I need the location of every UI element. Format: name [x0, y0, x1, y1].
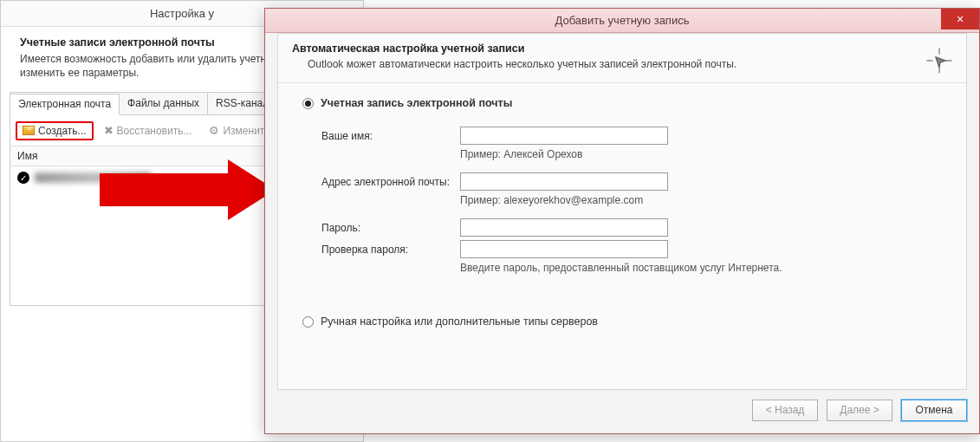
mail-icon — [23, 126, 35, 135]
radio-manual-setup[interactable]: Ручная настройка или дополнительные типы… — [302, 315, 942, 328]
tab-data-files[interactable]: Файлы данных — [120, 93, 208, 114]
close-button[interactable]: × — [941, 9, 979, 29]
password2-label: Проверка пароля: — [321, 244, 460, 256]
dialog-title: Добавить учетную запись — [555, 14, 690, 27]
dialog-heading: Автоматическая настройка учетной записи — [292, 42, 524, 55]
cancel-button[interactable]: Отмена — [901, 400, 967, 421]
dialog-header: Автоматическая настройка учетной записи … — [278, 34, 966, 83]
name-input[interactable] — [460, 127, 668, 145]
default-account-icon: ✓ — [17, 172, 29, 184]
email-hint: Пример: alexeyorekhov@example.com — [460, 194, 942, 206]
gear-icon: ⚙ — [209, 124, 219, 137]
radio-email-account[interactable]: Учетная запись электронной почты — [302, 97, 942, 109]
dialog-footer: < Назад Далее > Отмена — [277, 395, 967, 425]
next-button[interactable]: Далее > — [827, 400, 892, 421]
radio-icon — [302, 98, 314, 109]
restore-account-button[interactable]: ✖ Восстановить... — [97, 120, 199, 140]
cursor-icon — [925, 46, 954, 78]
password-hint: Введите пароль, предоставленный поставщи… — [460, 262, 942, 274]
dialog-body: Автоматическая настройка учетной записи … — [277, 33, 967, 390]
name-label: Ваше имя: — [321, 130, 460, 142]
dialog-subheading: Outlook может автоматически настроить не… — [308, 58, 952, 70]
name-hint: Пример: Алексей Орехов — [460, 148, 942, 160]
wrench-icon: ✖ — [104, 124, 114, 137]
account-email-text — [35, 172, 152, 183]
radio-icon — [302, 316, 314, 328]
settings-heading: Учетные записи электронной почты — [20, 36, 215, 49]
restore-label: Восстановить... — [117, 125, 192, 137]
password-confirm-input[interactable] — [460, 240, 668, 258]
add-account-dialog: Добавить учетную запись × Автоматическая… — [264, 8, 980, 434]
back-button[interactable]: < Назад — [752, 400, 818, 421]
create-label: Создать... — [38, 125, 87, 137]
radio-email-label: Учетная запись электронной почты — [321, 97, 512, 109]
radio-manual-label: Ручная настройка или дополнительные типы… — [321, 315, 598, 328]
password-input[interactable] — [460, 218, 668, 237]
email-input[interactable] — [460, 172, 668, 191]
tab-email[interactable]: Электронная почта — [10, 94, 120, 115]
dialog-content: Учетная запись электронной почты Ваше им… — [278, 83, 966, 354]
close-icon: × — [957, 12, 964, 26]
email-label: Адрес электронной почты: — [321, 176, 460, 188]
create-account-button[interactable]: Создать... — [16, 121, 94, 140]
dialog-titlebar[interactable]: Добавить учетную запись × — [265, 9, 979, 33]
password-label: Пароль: — [321, 222, 460, 234]
account-form: Ваше имя: Пример: Алексей Орехов Адрес э… — [321, 127, 942, 274]
